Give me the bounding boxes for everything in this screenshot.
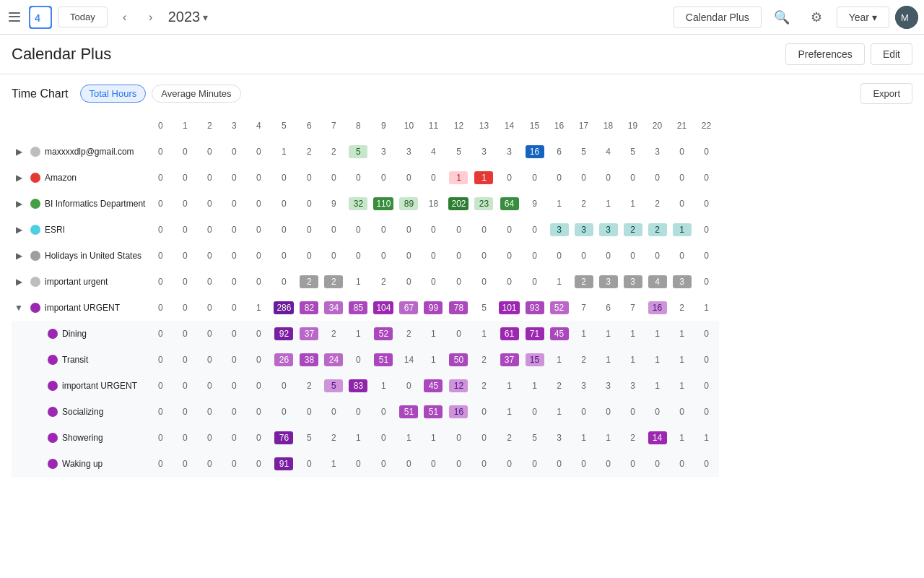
- tab-average-minutes[interactable]: Average Minutes: [152, 85, 240, 103]
- cell-value: 85: [346, 295, 370, 321]
- cell-value: 2: [496, 425, 522, 451]
- cell-value: 0: [694, 243, 719, 269]
- cell-value: 3: [547, 425, 572, 451]
- cell-value: 0: [197, 321, 222, 347]
- cell-value: 0: [173, 243, 197, 269]
- chart-tabs: Time Chart Total Hours Average Minutes E…: [12, 83, 912, 104]
- row-label: Waking up: [62, 459, 103, 469]
- avatar[interactable]: M: [895, 6, 918, 29]
- cell-value: 0: [346, 243, 370, 269]
- cell-value: 26: [271, 347, 297, 373]
- cell-value: 0: [222, 295, 246, 321]
- cell-value: 0: [670, 243, 694, 269]
- cell-value: 82: [297, 295, 321, 321]
- cell-value: 1: [421, 321, 445, 347]
- col-1: 1: [173, 113, 197, 139]
- cell-value: 0: [222, 139, 246, 165]
- cell-value: 0: [222, 243, 246, 269]
- chevron-down-icon: ▾: [872, 12, 877, 23]
- cell-value: 0: [173, 217, 197, 243]
- cell-value: 24: [321, 347, 346, 373]
- row-label: BI Informatics Department: [45, 199, 145, 209]
- cell-value: 0: [694, 451, 719, 477]
- cell-value: 0: [621, 451, 645, 477]
- cell-value: 0: [694, 373, 719, 399]
- year-selector[interactable]: 2023 ▾: [168, 9, 209, 25]
- cell-value: 0: [271, 399, 297, 425]
- next-arrow[interactable]: ›: [139, 6, 162, 29]
- cell-value: 0: [271, 269, 297, 295]
- hamburger-menu[interactable]: [6, 9, 23, 26]
- expand-button[interactable]: ▶: [12, 171, 26, 185]
- calendar-dot: [30, 303, 40, 313]
- cell-value: 2: [321, 139, 346, 165]
- cell-value: 0: [670, 139, 694, 165]
- cell-value: 0: [645, 165, 670, 191]
- cell-value: 1: [645, 347, 670, 373]
- expand-button[interactable]: ▼: [12, 301, 26, 315]
- nav-arrows: ‹ ›: [113, 6, 162, 29]
- row-label: Holidays in United States: [45, 251, 141, 261]
- cell-value: 3: [572, 217, 596, 243]
- today-button[interactable]: Today: [58, 7, 108, 27]
- cell-value: 0: [148, 191, 173, 217]
- cell-value: 0: [222, 191, 246, 217]
- cell-value: 71: [523, 321, 547, 347]
- data-table-wrapper[interactable]: 0 1 2 3 4 5 6 7 8 9 10 11 12 13 14 15 16: [12, 113, 912, 477]
- calendar-plus-badge: Calendar Plus: [674, 7, 762, 28]
- cell-value: 0: [445, 269, 471, 295]
- col-7: 7: [321, 113, 346, 139]
- preferences-button[interactable]: Preferences: [785, 43, 864, 65]
- col-5: 5: [271, 113, 297, 139]
- cell-value: 5: [621, 139, 645, 165]
- cell-value: 0: [621, 165, 645, 191]
- cell-value: 0: [148, 217, 173, 243]
- col-2: 2: [197, 113, 222, 139]
- cell-value: 0: [297, 191, 321, 217]
- cell-value: 2: [621, 425, 645, 451]
- cell-value: 0: [496, 165, 522, 191]
- col-20: 20: [645, 113, 670, 139]
- page-header: Calendar Plus Preferences Edit: [0, 35, 924, 74]
- cell-value: 0: [297, 217, 321, 243]
- expand-button[interactable]: ▶: [12, 197, 26, 211]
- cell-value: 0: [694, 399, 719, 425]
- tab-total-hours[interactable]: Total Hours: [80, 85, 147, 103]
- cell-value: 0: [297, 451, 321, 477]
- prev-arrow[interactable]: ‹: [113, 6, 136, 29]
- cell-value: 101: [496, 295, 522, 321]
- cell-value: 0: [694, 321, 719, 347]
- expand-button[interactable]: ▶: [12, 223, 26, 237]
- expand-button[interactable]: ▶: [12, 249, 26, 263]
- cell-value: 1: [670, 217, 694, 243]
- col-6: 6: [297, 113, 321, 139]
- row-name-cell: important URGENT: [12, 373, 148, 399]
- row-label: important URGENT: [45, 303, 120, 313]
- cell-value: 1: [523, 373, 547, 399]
- cell-value: 0: [246, 139, 271, 165]
- cell-value: 0: [694, 217, 719, 243]
- cell-value: 0: [246, 165, 271, 191]
- expand-button[interactable]: ▶: [12, 144, 26, 159]
- cell-value: 2: [572, 269, 596, 295]
- cell-value: 0: [173, 425, 197, 451]
- edit-button[interactable]: Edit: [871, 43, 912, 65]
- row-name-cell: Transit: [12, 347, 148, 373]
- cell-value: 0: [496, 451, 522, 477]
- cell-value: 0: [321, 399, 346, 425]
- export-button[interactable]: Export: [860, 83, 912, 104]
- cell-value: 2: [321, 425, 346, 451]
- cell-value: 99: [421, 295, 445, 321]
- year-view-selector[interactable]: Year ▾: [837, 7, 889, 28]
- cell-value: 0: [346, 399, 370, 425]
- year-dropdown-icon: ▾: [203, 12, 208, 23]
- cell-value: 0: [523, 269, 547, 295]
- cell-value: 2: [621, 217, 645, 243]
- calendar-dot: [30, 147, 40, 157]
- search-button[interactable]: 🔍: [767, 3, 796, 32]
- cell-value: 0: [197, 451, 222, 477]
- expand-button[interactable]: ▶: [12, 275, 26, 289]
- row-name-cell: Socializing: [12, 399, 148, 425]
- row-label: Transit: [62, 355, 88, 365]
- settings-button[interactable]: ⚙: [802, 3, 831, 32]
